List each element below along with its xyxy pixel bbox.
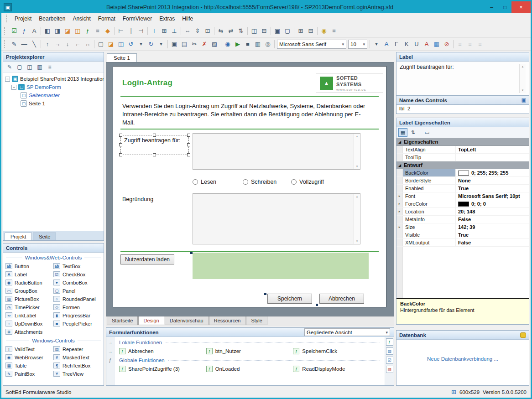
pencil-icon[interactable]: ✎ [9,39,19,49]
resize-handle[interactable] [153,134,156,137]
scrollbar[interactable]: ▴ ▾ [354,134,360,169]
control-item-peoplepicker[interactable]: ☻PeoplePicker [53,320,101,327]
control-item-richtextbox[interactable]: ¶RichTextBox [53,362,101,369]
highlight-color-icon[interactable]: A [422,39,432,49]
open-icon[interactable]: ◪ [106,39,116,49]
control-name-input[interactable]: lbl_2 [396,105,529,114]
add-folder-icon[interactable]: ◫ [73,26,83,36]
cut-icon[interactable]: ✂ [189,39,199,49]
property-value[interactable] [456,154,529,161]
line-icon[interactable]: — [19,39,29,49]
control-item-checkbox[interactable]: ☑CheckBox [53,270,101,278]
bold-icon[interactable]: F [391,39,402,49]
property-value[interactable]: 0; 0; 0 [456,200,529,207]
space-vertical-icon[interactable]: ⇅ [236,26,246,36]
function-icon[interactable]: ƒ [19,26,29,36]
tag-icon[interactable]: ◆ [103,26,113,36]
tree-node-seite1[interactable]: ▢ Seite 1 [5,99,102,108]
space-horizontal-icon[interactable]: ⇆ [216,26,226,36]
result-panel[interactable] [193,253,369,279]
resize-handle[interactable] [187,134,190,137]
scroll-down-icon[interactable]: ▾ [522,88,524,92]
design-surface[interactable]: Login-Antrag ▲ SOFTED SYSTEMS WWW.SOFTED… [106,62,394,316]
control-item-maskedtext[interactable]: #MaskedText [53,353,101,361]
scrollbar[interactable]: ▴ ▾ [519,64,526,93]
nutzerdaten-laden-button[interactable]: Nutzerdaten laden [120,254,174,264]
open-folder-icon[interactable]: ◪ [63,26,73,36]
underline-icon[interactable]: U [412,39,422,49]
control-item-updownbox[interactable]: ↕UpDownBox [5,320,53,327]
view-mode-select[interactable]: Gegliederte Ansicht ▾ [304,328,390,336]
maximize-button[interactable]: □ [498,1,511,13]
align-rights-icon[interactable]: ⊣ [136,26,146,36]
property-row-forecolor[interactable]: ▸ ForeColor 0; 0; 0 [396,200,529,208]
control-item-picturebox[interactable]: ▨PictureBox [5,295,53,303]
form-intro-text[interactable]: Verwenden Sie den Login-Antrag um Zugrif… [122,102,372,127]
same-width-icon[interactable]: ⇔ [183,26,193,36]
property-row-font[interactable]: ▸ Font Microsoft Sans Serif; 10pt [396,192,529,200]
function-sharepointzugriffe[interactable]: ƒSharePointZugriffe (3) [119,366,206,372]
property-value[interactable]: 20; 148 [456,208,529,215]
control-item-linklabel[interactable]: ∾LinkLabel [5,311,53,319]
tab-design[interactable]: Design [138,316,164,325]
menu-extras[interactable]: Extras [156,14,178,23]
tab-style[interactable]: Style [246,316,267,325]
control-item-combobox[interactable]: ▾ComboBox [53,279,101,286]
group-icon[interactable]: ⊞ [296,26,306,36]
control-item-panel[interactable]: ▢Panel [53,287,101,295]
tree-node-form[interactable]: − ▢ SP DemoForm [5,83,102,91]
import-form-icon[interactable]: ◨ [52,26,63,36]
collapse-icon[interactable]: − [11,85,16,90]
align-middles-icon[interactable]: ⊞ [159,26,169,36]
move-right-icon[interactable]: → [52,39,63,49]
paste-icon[interactable]: ▤ [179,39,189,49]
undo-icon[interactable]: ↺ [126,39,136,49]
form-title[interactable]: Login-Antrag [122,78,172,88]
expand-arrow-icon[interactable]: ▸ [396,223,403,231]
design-view-icon[interactable]: ✎ [5,62,14,72]
export-form-icon[interactable]: ◧ [42,26,52,36]
tab-startseite[interactable]: Startseite [107,316,138,325]
stop-icon[interactable]: ■ [243,39,253,49]
copy-icon[interactable]: ▣ [169,39,179,49]
control-item-roundedpanel[interactable]: ○RoundedPanel [53,295,101,303]
close-button[interactable]: × [511,1,531,13]
categorized-icon[interactable]: ▦ [398,128,407,137]
control-item-label[interactable]: ALabel [5,270,53,278]
alphabetical-sort-icon[interactable]: ⇅ [408,128,417,137]
control-item-webbrowser[interactable]: ◉WebBrowser [5,353,53,361]
property-row-borderstyle[interactable]: BorderStyle None [396,177,529,185]
center-vertical-icon[interactable]: ⊟ [259,26,269,36]
move-left-icon[interactable]: ← [73,39,83,49]
speichern-button[interactable]: Speichern [267,294,312,304]
control-item-formen[interactable]: ◇Formen [53,303,101,311]
collapse-icon[interactable]: − [5,77,10,82]
category-entwurf[interactable]: ◢ Entwurf [396,161,529,169]
control-item-paintbox[interactable]: ✎PaintBox [5,370,53,378]
property-pages-icon[interactable]: ▭ [422,128,432,137]
function-abbrechen[interactable]: ƒAbbrechen [119,348,206,354]
begruendung-textbox[interactable]: ▴ ▾ [193,193,360,244]
tab-seite[interactable]: Seite [33,233,56,240]
font-size-select[interactable]: 10 ▾ [348,40,367,49]
justify-right-icon[interactable]: ≡ [475,39,485,49]
new-page-icon[interactable]: ▢ [96,39,106,49]
scroll-up-icon[interactable]: ▴ [356,135,358,138]
delete-function-icon[interactable]: ▧ [386,366,393,373]
tab-seite1[interactable]: Seite 1 [107,53,137,62]
menu-hilfe[interactable]: Hilfe [178,14,197,23]
control-item-attachments[interactable]: ⊕Attachments [5,328,53,336]
property-value[interactable]: None [456,177,529,184]
italic-icon[interactable]: K [402,39,412,49]
web-icon[interactable]: ◉ [223,39,233,49]
space-horizontal-alt-icon[interactable]: ⇄ [226,26,236,36]
resize-handle[interactable] [119,143,122,146]
style-dropdown-icon[interactable]: ▾ [371,39,381,49]
tab-projekt[interactable]: Projekt [5,233,32,240]
undo-dropdown-icon[interactable]: ▾ [136,39,146,49]
property-value[interactable]: True [456,185,529,192]
expand-arrow-icon[interactable]: ▸ [396,192,403,200]
preview-icon[interactable]: ▥ [253,39,263,49]
control-item-table[interactable]: ▦Table [5,362,53,369]
radio-icon[interactable] [243,179,248,185]
